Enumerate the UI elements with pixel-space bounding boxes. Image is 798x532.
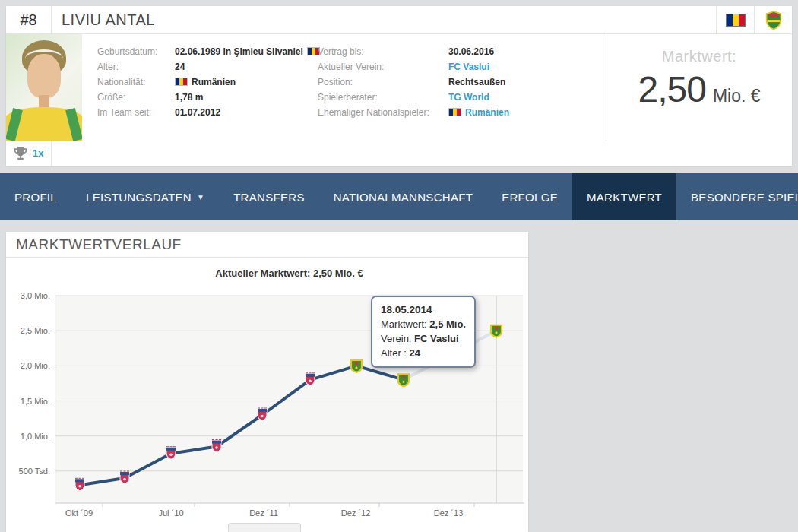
nation-link[interactable]: Rumänien [448,105,509,120]
fact-row-position: Position: Rechtsaußen [318,74,509,90]
tooltip-row: Alter : 24 [381,346,466,360]
fact-row-vertrag-bis: Vertrag bis: 30.06.2016 [318,44,509,59]
fact-label: Im Team seit: [97,105,175,120]
market-value-history-card: MARKTWERTVERLAUF Aktueller Marktwert: 2,… [6,232,528,532]
x-axis-tick-label: Okt ´09 [65,508,93,518]
facts-left: Geburtsdatum: 02.06.1989 in Şimleu Silva… [97,44,320,120]
shirt-number: #8 [6,6,52,33]
nation-flag-cell[interactable] [716,6,754,33]
tab-nationalmannschaft[interactable]: NATIONALMANNSCHAFT [319,173,487,220]
main-navigation: PROFIL LEISTUNGSDATEN▼ TRANSFERS NATIONA… [0,173,798,220]
romania-flag-icon [726,14,746,27]
tab-besondere-spiele[interactable]: BESONDERE SPIELE▼ [676,173,798,220]
chevron-down-icon: ▼ [197,193,204,201]
market-value-label: Marktwert: [606,48,792,65]
fact-value: 30.06.2016 [448,44,494,59]
fact-row-alter: Alter: 24 [97,59,320,74]
fact-label: Ehemaliger Nationalspieler: [318,105,448,120]
y-axis-tick-label: 2,5 Mio. [21,326,50,335]
y-axis-tick-label: 1,5 Mio. [21,397,50,406]
market-value-point[interactable] [75,478,84,491]
chart-tooltip: 18.05.2014 Marktwert: 2,5 Mio. Verein: F… [371,296,476,368]
tab-marktwert[interactable]: MARKTWERT [572,173,676,220]
romania-flag-icon [448,108,461,116]
fact-label: Geburtsdatum: [97,44,175,59]
chart-bottom-button[interactable] [228,523,301,532]
fc-vaslui-crest-icon [765,11,782,30]
fact-value: 02.06.1989 in Şimleu Silvaniei [175,44,320,59]
player-photo [6,34,82,141]
market-value-point[interactable] [258,408,267,421]
market-value-point[interactable] [306,372,315,385]
section-title: MARKTWERTVERLAUF [6,232,528,258]
romania-flag-icon [175,78,188,86]
x-axis-tick-label: Dez ´11 [249,508,278,518]
fact-value: 01.07.2012 [175,105,220,120]
title-flags [716,6,792,33]
trophy-icon [13,145,28,162]
y-axis-tick-label: 500 Tsd. [19,467,50,476]
fact-row-groesse: Größe: 1,78 m [97,90,320,105]
trophy-count: 1x [33,147,43,159]
market-value-point[interactable] [398,374,409,386]
photo-face [27,54,61,98]
market-value: 2,50 Mio. € [606,68,792,110]
fact-row-ehemaliger-nationalspieler: Ehemaliger Nationalspieler: Rumänien [318,105,509,120]
player-header-card: #8 LIVIU ANTAL Geburtsdatum: 02. [6,6,792,166]
page-title: LIVIU ANTAL [52,11,716,29]
tab-transfers[interactable]: TRANSFERS [219,173,319,220]
market-value-point[interactable] [212,439,221,452]
fact-label: Nationalität: [97,74,175,90]
fact-label: Alter: [97,59,175,74]
market-value-point[interactable] [351,360,362,372]
y-axis-tick-label: 3,0 Mio. [21,291,50,300]
tooltip-row: Marktwert: 2,5 Mio. [381,317,466,331]
fact-label: Position: [318,74,448,90]
fact-value: Rumänien [175,74,236,90]
club-crest-cell[interactable] [754,6,792,33]
market-value-point[interactable] [491,325,502,337]
tab-leistungsdaten[interactable]: LEISTUNGSDATEN▼ [71,173,219,220]
tooltip-date: 18.05.2014 [381,302,466,317]
fact-row-im-team-seit: Im Team seit: 01.07.2012 [97,105,320,120]
photo-neck [39,95,49,107]
fact-value: 1,78 m [175,90,203,105]
agent-link[interactable]: TG World [448,90,489,105]
fact-label: Größe: [97,90,175,105]
market-value-point[interactable] [120,471,129,484]
facts-right: Vertrag bis: 30.06.2016 Aktueller Verein… [318,44,509,120]
fact-row-spielerberater: Spielerberater: TG World [318,90,509,105]
fact-row-nationalitaet: Nationalität: Rumänien [97,74,320,90]
chart-title: Aktueller Marktwert: 2,50 Mio. € [55,268,523,279]
y-axis-tick-label: 2,0 Mio. [21,361,50,370]
fact-label: Vertrag bis: [318,44,448,59]
tooltip-row: Verein: FC Vaslui [381,331,466,346]
fact-label: Aktueller Verein: [318,59,448,74]
tab-erfolge[interactable]: ERFOLGE [487,173,572,220]
fact-label: Spielerberater: [318,90,448,105]
x-axis-tick-label: Dez ´12 [341,508,371,518]
fact-value: Rechtsaußen [448,74,505,90]
fact-value: 24 [175,59,185,74]
club-link[interactable]: FC Vaslui [448,59,489,74]
x-axis-tick-label: Dez ´13 [434,508,464,518]
market-value-panel: Marktwert: 2,50 Mio. € [606,34,792,141]
y-axis-tick-label: 1,0 Mio. [21,432,50,441]
x-axis-tick-label: Jul ´10 [158,508,183,518]
tab-profil[interactable]: PROFIL [0,173,71,220]
market-value-point[interactable] [166,446,176,459]
title-row: #8 LIVIU ANTAL [6,6,792,34]
market-value-unit: Mio. € [713,86,761,106]
fact-row-geburtsdatum: Geburtsdatum: 02.06.1989 in Şimleu Silva… [97,44,320,59]
market-value-amount: 2,50 [638,68,705,110]
trophy-row[interactable]: 1x [6,141,52,166]
fact-row-aktueller-verein: Aktueller Verein: FC Vaslui [318,59,509,74]
